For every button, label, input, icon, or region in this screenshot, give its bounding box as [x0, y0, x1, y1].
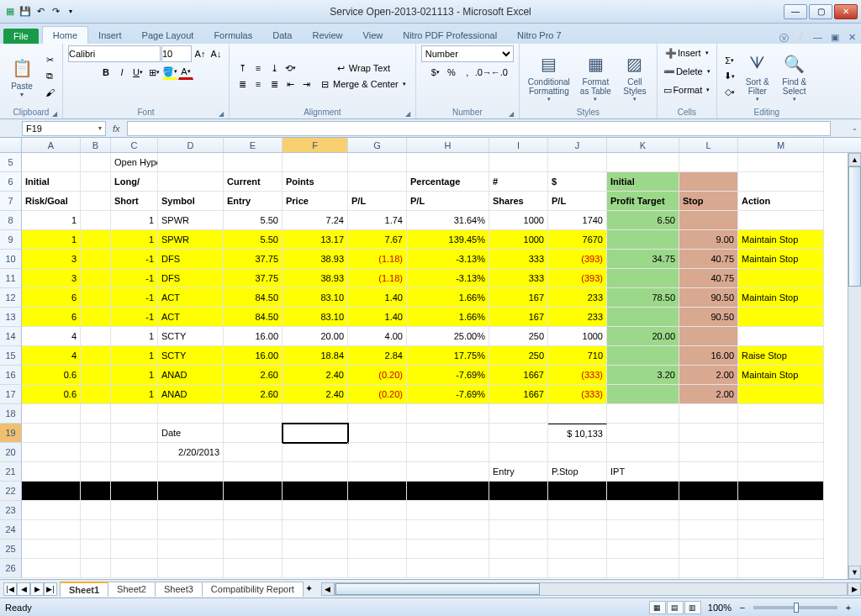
align-left-icon[interactable]: ≣: [235, 76, 250, 92]
cell[interactable]: 83.10: [283, 308, 348, 327]
cell[interactable]: [348, 172, 407, 192]
cell[interactable]: [81, 172, 111, 192]
cell[interactable]: SCTY: [158, 327, 224, 346]
cell[interactable]: [224, 559, 283, 578]
doc-restore-icon[interactable]: ▣: [827, 32, 839, 44]
cell[interactable]: 0.6: [22, 385, 81, 404]
cell[interactable]: [224, 462, 283, 482]
close-button[interactable]: ✕: [834, 4, 858, 19]
page-break-view-icon[interactable]: ▥: [684, 601, 701, 614]
cell[interactable]: (393): [548, 250, 607, 269]
cell[interactable]: [81, 540, 111, 559]
cell[interactable]: [283, 520, 348, 540]
align-middle-icon[interactable]: ≡: [251, 61, 266, 76]
cell[interactable]: 1667: [489, 366, 548, 385]
cell[interactable]: [283, 482, 348, 501]
cell[interactable]: [348, 520, 407, 540]
cell[interactable]: 78.50: [607, 288, 679, 308]
cell[interactable]: Long/: [111, 172, 158, 192]
cell[interactable]: 1: [111, 230, 158, 250]
cell[interactable]: [111, 482, 158, 501]
cell[interactable]: Shares: [489, 192, 548, 211]
tab-insert[interactable]: Insert: [88, 27, 132, 44]
cell[interactable]: [81, 192, 111, 211]
underline-button[interactable]: U▾: [130, 65, 145, 80]
cell[interactable]: [738, 501, 824, 520]
new-sheet-icon[interactable]: ✦: [305, 583, 313, 594]
cell[interactable]: 31.64%: [407, 211, 489, 230]
cell[interactable]: [489, 520, 548, 540]
increase-font-icon[interactable]: A↑: [193, 46, 208, 61]
row-header[interactable]: 18: [0, 404, 22, 424]
cell[interactable]: [158, 172, 224, 192]
cell[interactable]: 2.60: [224, 366, 283, 385]
wrap-text-button[interactable]: ↩ Wrap Text: [317, 61, 410, 76]
italic-button[interactable]: I: [114, 65, 129, 80]
cell[interactable]: 3: [22, 269, 81, 288]
cell[interactable]: [738, 462, 824, 482]
cell[interactable]: [548, 482, 607, 501]
cell[interactable]: 37.75: [224, 269, 283, 288]
cell[interactable]: [158, 153, 224, 172]
cell[interactable]: [738, 308, 824, 327]
zoom-level[interactable]: 100%: [708, 603, 732, 613]
cell[interactable]: [158, 482, 224, 501]
sheet-next-icon[interactable]: ▶: [30, 582, 44, 596]
cell[interactable]: 1.66%: [407, 288, 489, 308]
tab-view[interactable]: View: [353, 27, 394, 44]
scroll-left-icon[interactable]: ◀: [321, 582, 335, 596]
sheet-first-icon[interactable]: |◀: [3, 582, 17, 596]
cell[interactable]: [111, 404, 158, 424]
find-select-button[interactable]: 🔍Find & Select▾: [778, 49, 811, 104]
cell[interactable]: 1: [22, 211, 81, 230]
cell[interactable]: [22, 404, 81, 424]
cell[interactable]: 17.75%: [407, 346, 489, 366]
cell[interactable]: Points: [283, 172, 348, 192]
cell[interactable]: [22, 559, 81, 578]
cell[interactable]: 5.50: [224, 230, 283, 250]
cell[interactable]: [81, 462, 111, 482]
cell[interactable]: [679, 540, 738, 559]
col-header-C[interactable]: C: [111, 138, 158, 152]
cell[interactable]: [548, 540, 607, 559]
cell[interactable]: [111, 501, 158, 520]
row-header[interactable]: 15: [0, 346, 22, 366]
cell[interactable]: P/L: [407, 192, 489, 211]
insert-cells-button[interactable]: ➕Insert ▾: [664, 45, 710, 61]
cell[interactable]: 139.45%: [407, 230, 489, 250]
cell[interactable]: 3: [22, 250, 81, 269]
scroll-down-icon[interactable]: ▼: [848, 566, 861, 579]
cell[interactable]: [224, 482, 283, 501]
cell[interactable]: (0.20): [348, 366, 407, 385]
cell[interactable]: [738, 540, 824, 559]
cell[interactable]: [111, 540, 158, 559]
cell[interactable]: [158, 559, 224, 578]
cell[interactable]: SPWR: [158, 230, 224, 250]
cell[interactable]: 2.60: [224, 385, 283, 404]
file-tab[interactable]: File: [3, 29, 39, 44]
cell[interactable]: -3.13%: [407, 269, 489, 288]
row-header[interactable]: 16: [0, 366, 22, 385]
cell[interactable]: 710: [548, 346, 607, 366]
format-cells-button[interactable]: ▭Format ▾: [663, 82, 710, 97]
cell[interactable]: [548, 520, 607, 540]
row-header[interactable]: 6: [0, 172, 22, 192]
cell[interactable]: 40.75: [679, 269, 738, 288]
cell[interactable]: 1.40: [348, 288, 407, 308]
cell[interactable]: 2.40: [283, 385, 348, 404]
cell[interactable]: [738, 269, 824, 288]
cell[interactable]: [111, 424, 158, 443]
undo-icon[interactable]: ↶: [34, 5, 47, 18]
cell[interactable]: 40.75: [679, 250, 738, 269]
cell[interactable]: Open Hypothetical Portfolio*: [111, 153, 158, 172]
scroll-right-icon[interactable]: ▶: [848, 582, 861, 596]
cell[interactable]: [348, 404, 407, 424]
cell[interactable]: 20.00: [607, 327, 679, 346]
cell[interactable]: [111, 559, 158, 578]
cell[interactable]: [81, 288, 111, 308]
cell[interactable]: [283, 443, 348, 462]
cell[interactable]: [607, 269, 679, 288]
cell[interactable]: 1667: [489, 385, 548, 404]
cut-icon[interactable]: ✂: [42, 53, 57, 68]
cell[interactable]: [738, 172, 824, 192]
